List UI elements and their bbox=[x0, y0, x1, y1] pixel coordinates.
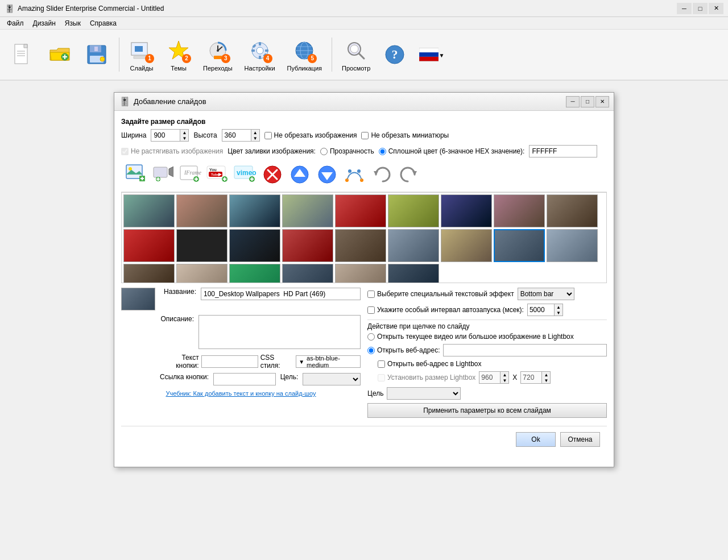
no-crop-thumbs-input[interactable] bbox=[361, 132, 369, 139]
text-effect-input[interactable] bbox=[367, 291, 375, 298]
slide-thumb-3[interactable] bbox=[229, 194, 280, 227]
slide-thumb-5[interactable] bbox=[335, 194, 386, 227]
curve-button[interactable] bbox=[342, 162, 367, 187]
no-stretch-checkbox[interactable]: Не растягивать изображения bbox=[121, 147, 223, 155]
add-video-button[interactable] bbox=[151, 162, 176, 187]
lightbox-size-input[interactable] bbox=[378, 374, 385, 381]
tutorial-link[interactable]: Учебник: Как добавить текст и кнопку на … bbox=[121, 390, 361, 397]
transparency-radio[interactable]: Прозрачность bbox=[320, 147, 374, 155]
open-button[interactable] bbox=[43, 34, 77, 76]
autoplay-checkbox[interactable]: Укажите особый интервал автозапуска (мсе… bbox=[367, 306, 524, 314]
width-spin-down[interactable]: ▼ bbox=[180, 135, 188, 141]
slide-thumb-21[interactable] bbox=[282, 264, 333, 283]
transitions-button[interactable]: 3 Переходы bbox=[198, 34, 237, 76]
transparency-radio-input[interactable] bbox=[320, 148, 328, 155]
autoplay-spin-up[interactable]: ▲ bbox=[555, 304, 562, 310]
click-target-select[interactable] bbox=[387, 387, 461, 400]
slide-thumb-13[interactable] bbox=[282, 229, 333, 262]
text-effect-checkbox[interactable]: Выберите специальный текстовый эффект bbox=[367, 290, 514, 298]
slide-thumb-6[interactable] bbox=[388, 194, 439, 227]
slide-thumb-11[interactable] bbox=[176, 229, 228, 262]
slide-thumb-2[interactable] bbox=[176, 194, 228, 227]
slide-thumb-8[interactable] bbox=[494, 194, 545, 227]
settings-button[interactable]: 4 Настройки bbox=[240, 34, 280, 76]
width-input[interactable] bbox=[151, 130, 180, 141]
url-input[interactable] bbox=[443, 344, 607, 356]
lightbox-height-input[interactable] bbox=[521, 372, 541, 383]
slide-thumb-23[interactable] bbox=[388, 264, 439, 283]
menu-language[interactable]: Язык bbox=[60, 18, 85, 28]
add-image-button[interactable] bbox=[123, 162, 148, 187]
no-crop-images-input[interactable] bbox=[264, 132, 272, 139]
lightbox-width-input[interactable] bbox=[479, 372, 500, 383]
no-crop-images-checkbox[interactable]: Не обрезать изображения bbox=[264, 131, 357, 139]
lightbox-width-up[interactable]: ▲ bbox=[500, 372, 508, 378]
move-up-button[interactable] bbox=[287, 162, 312, 187]
autoplay-value-input[interactable] bbox=[528, 304, 554, 316]
solid-color-radio-input[interactable] bbox=[379, 148, 386, 155]
menu-help[interactable]: Справка bbox=[85, 18, 121, 28]
slides-button[interactable]: 1 Слайды bbox=[125, 34, 159, 76]
hex-color-input[interactable] bbox=[529, 145, 597, 157]
slide-thumb-18[interactable] bbox=[123, 264, 175, 283]
apply-all-button[interactable]: Применить параметры ко всем слайдам bbox=[367, 403, 607, 418]
height-spin-down[interactable]: ▼ bbox=[251, 135, 259, 141]
slide-thumb-10[interactable] bbox=[123, 229, 175, 262]
width-spin-up[interactable]: ▲ bbox=[180, 130, 188, 135]
open-url-lightbox-checkbox[interactable]: Открыть веб-адрес в Lightbox bbox=[378, 360, 482, 368]
slide-thumb-22[interactable] bbox=[335, 264, 386, 283]
slide-name-input[interactable] bbox=[201, 288, 361, 300]
help-button[interactable]: ? bbox=[378, 34, 412, 76]
new-button[interactable] bbox=[6, 34, 40, 76]
height-input[interactable] bbox=[222, 130, 251, 141]
minimize-button[interactable]: ─ bbox=[677, 3, 692, 14]
add-iframe-button[interactable]: IFrame bbox=[178, 162, 203, 187]
open-lightbox-radio-input[interactable] bbox=[367, 333, 375, 341]
slide-thumb-16[interactable] bbox=[441, 229, 492, 262]
slide-thumb-15[interactable] bbox=[388, 229, 439, 262]
lightbox-height-up[interactable]: ▲ bbox=[542, 372, 550, 378]
undo-button[interactable] bbox=[369, 162, 394, 187]
menu-file[interactable]: Файл bbox=[2, 18, 28, 28]
dialog-close-button[interactable]: ✕ bbox=[595, 96, 609, 107]
open-lightbox-radio[interactable]: Открыть текущее видео или большое изобра… bbox=[367, 333, 574, 341]
button-text-input[interactable] bbox=[201, 355, 258, 368]
target-select[interactable] bbox=[303, 373, 361, 385]
autoplay-input[interactable] bbox=[367, 306, 375, 314]
dialog-maximize-button[interactable]: □ bbox=[581, 96, 594, 107]
text-effect-select[interactable]: Bottom bar bbox=[518, 288, 574, 300]
move-down-button[interactable] bbox=[315, 162, 340, 187]
slide-thumb-19[interactable] bbox=[176, 264, 228, 283]
no-crop-thumbs-checkbox[interactable]: Не обрезать миниатюры bbox=[361, 131, 449, 139]
maximize-button[interactable]: □ bbox=[693, 3, 708, 14]
add-youtube-button[interactable]: You Tube bbox=[205, 162, 230, 187]
slide-thumb-selected[interactable] bbox=[494, 229, 545, 262]
save-button[interactable] bbox=[80, 34, 114, 76]
slide-description-input[interactable] bbox=[198, 315, 361, 349]
ok-button[interactable]: Ok bbox=[516, 432, 556, 447]
add-vimeo-button[interactable]: vimeo bbox=[233, 162, 258, 187]
slide-thumb-7[interactable] bbox=[441, 194, 492, 227]
cancel-button[interactable]: Отмена bbox=[560, 432, 600, 447]
open-url-lightbox-input[interactable] bbox=[378, 360, 385, 368]
height-spin-up[interactable]: ▲ bbox=[251, 130, 259, 135]
menu-design[interactable]: Дизайн bbox=[28, 18, 60, 28]
lightbox-size-checkbox[interactable]: Установить размер Lightbox bbox=[378, 374, 475, 381]
preview-button[interactable]: Просмотр bbox=[337, 34, 375, 76]
solid-color-radio[interactable]: Сплошной цвет (6-значное HEX значение): bbox=[379, 147, 525, 155]
slide-thumb-9[interactable] bbox=[547, 194, 598, 227]
image-grid-container[interactable] bbox=[121, 192, 607, 283]
publish-button[interactable]: 5 Публикация bbox=[283, 34, 326, 76]
close-button[interactable]: ✕ bbox=[709, 3, 723, 14]
no-stretch-input[interactable] bbox=[121, 148, 129, 155]
slide-thumb-12[interactable] bbox=[229, 229, 280, 262]
autoplay-spin-down[interactable]: ▼ bbox=[555, 310, 562, 316]
themes-button[interactable]: 2 Темы bbox=[162, 34, 196, 76]
slide-thumb-1[interactable] bbox=[123, 194, 175, 227]
language-button[interactable]: ▼ bbox=[415, 34, 449, 76]
dialog-minimize-button[interactable]: ─ bbox=[566, 96, 580, 107]
css-style-selector[interactable]: ▼ as-btn-blue-medium bbox=[296, 355, 361, 368]
delete-button[interactable] bbox=[260, 162, 285, 187]
slide-thumb-17[interactable] bbox=[547, 229, 598, 262]
slide-thumb-4[interactable] bbox=[282, 194, 333, 227]
